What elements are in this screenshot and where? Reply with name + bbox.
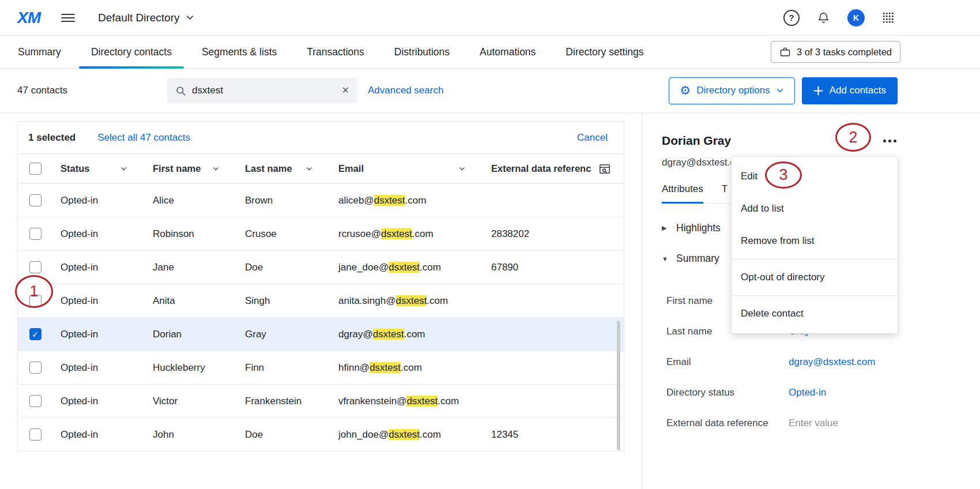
select-all-checkbox[interactable] (29, 163, 42, 175)
cell-last-name: Finn (237, 362, 330, 374)
table-row[interactable]: Opted-inRobinsonCrusoercrusoe@dsxtest.co… (18, 217, 624, 251)
toolbar: 47 contacts ✕ Advanced search ⚙ Director… (0, 69, 980, 113)
cell-external-data-reference: 12345 (483, 429, 624, 441)
contact-name: Dorian Gray (662, 134, 731, 148)
app-grid-icon[interactable] (882, 12, 895, 24)
selected-count: 1 selected (28, 132, 76, 144)
cell-external-data-reference: 2838202 (483, 228, 624, 240)
tab-segments-lists[interactable]: Segments & lists (190, 36, 289, 68)
row-checkbox-cell: ✓ (18, 328, 52, 340)
row-checkbox[interactable] (29, 428, 42, 441)
selection-bar: 1 selected Select all 47 contacts Cancel (18, 122, 624, 154)
advanced-search-link[interactable]: Advanced search (368, 85, 443, 96)
cell-first-name: John (145, 429, 237, 441)
cancel-selection-link[interactable]: Cancel (577, 132, 608, 144)
column-header-first-name[interactable]: First name (145, 163, 237, 174)
column-label: First name (153, 163, 201, 174)
table-row[interactable]: Opted-inHuckleberryFinnhfinn@dsxtest.com (18, 351, 624, 385)
cell-last-name: Gray (237, 329, 330, 340)
panel-tab-attributes[interactable]: Attributes (662, 183, 703, 203)
directory-selector-label: Default Directory (98, 12, 180, 24)
menu-item-opt-out-of-directory[interactable]: Opt-out of directory (732, 261, 898, 294)
field-value[interactable]: dgray@dsxtest.com (789, 356, 875, 368)
row-checkbox[interactable]: ✓ (29, 328, 42, 340)
context-menu: EditAdd to listRemove from listOpt-out o… (731, 156, 898, 334)
tab-directory-contacts[interactable]: Directory contacts (79, 36, 184, 68)
field-label: Directory status (666, 387, 789, 398)
cell-last-name: Doe (237, 262, 330, 273)
row-checkbox-cell (18, 261, 52, 273)
search-input[interactable] (192, 85, 336, 96)
chevron-down-icon (306, 165, 313, 172)
preview-columns-icon[interactable] (598, 163, 611, 175)
tab-transactions[interactable]: Transactions (295, 36, 376, 68)
row-checkbox[interactable] (29, 228, 42, 240)
column-header-external-data-referenc[interactable]: External data referenc (483, 163, 624, 175)
row-checkbox[interactable] (29, 194, 42, 206)
field-external-data-reference: External data referenceEnter value (666, 408, 896, 438)
table-row[interactable]: Opted-inAliceBrownaliceb@dsxtest.com (18, 184, 624, 217)
cell-status: Opted-in (52, 295, 145, 307)
menu-item-delete-contact[interactable]: Delete contact (732, 298, 898, 330)
menu-divider (732, 295, 898, 296)
row-checkbox[interactable] (29, 395, 42, 407)
annotation-circle-1: 1 (15, 275, 53, 308)
search-highlight: dsxtest (370, 362, 401, 373)
column-header-email[interactable]: Email (330, 163, 483, 174)
directory-selector[interactable]: Default Directory (98, 12, 194, 24)
clear-search-icon[interactable]: ✕ (342, 86, 349, 95)
table-row[interactable]: Opted-inDorothyGaledgale@dsxtest.com (18, 452, 624, 454)
cell-status: Opted-in (52, 329, 145, 340)
menu-item-add-to-list[interactable]: Add to list (732, 193, 898, 225)
table-row[interactable]: Opted-inAnitaSinghanita.singh@dsxtest.co… (18, 284, 624, 318)
cell-last-name: Singh (237, 295, 330, 307)
more-options-button[interactable] (883, 136, 896, 146)
table-row[interactable]: Opted-inJohnDoejohn_doe@dsxtest.com12345 (18, 418, 624, 452)
row-checkbox-cell (18, 194, 52, 206)
directory-options-button[interactable]: ⚙ Directory options (669, 77, 794, 104)
cell-first-name: Victor (145, 396, 237, 407)
nav-tabs: SummaryDirectory contactsSegments & list… (6, 36, 656, 68)
row-checkbox[interactable] (29, 362, 42, 374)
tasks-completed-badge[interactable]: 3 of 3 tasks completed (771, 41, 900, 63)
search-highlight: dsxtest (381, 228, 412, 239)
cell-first-name: Robinson (145, 228, 237, 240)
field-value[interactable]: Enter value (789, 417, 838, 429)
table-row[interactable]: ✓Opted-inDorianGraydgray@dsxtest.com (18, 318, 624, 351)
cell-status: Opted-in (52, 228, 145, 240)
xm-logo[interactable]: XM (17, 9, 40, 27)
add-contacts-button[interactable]: Add contacts (802, 77, 898, 104)
table-header: StatusFirst nameLast nameEmailExternal d… (18, 154, 624, 184)
search-box: ✕ (167, 78, 357, 103)
tab-distributions[interactable]: Distributions (382, 36, 462, 68)
menu-item-edit[interactable]: Edit (732, 160, 898, 193)
menu-item-remove-from-list[interactable]: Remove from list (732, 225, 898, 257)
cell-first-name: Huckleberry (145, 362, 237, 374)
cell-last-name: Brown (237, 195, 330, 206)
tab-directory-settings[interactable]: Directory settings (553, 36, 655, 68)
row-checkbox[interactable] (29, 261, 42, 273)
notifications-bell-icon[interactable] (817, 11, 830, 24)
table-row[interactable]: Opted-inJaneDoejane_doe@dsxtest.com67890 (18, 251, 624, 284)
hamburger-menu-icon[interactable] (61, 14, 75, 22)
avatar[interactable]: K (847, 9, 865, 27)
cell-email: vfrankenstein@dsxtest.com (330, 396, 483, 407)
search-highlight: dsxtest (374, 195, 405, 206)
field-directory-status: Directory statusOpted-in (666, 377, 896, 408)
table-scrollbar[interactable] (617, 321, 620, 450)
column-header-last-name[interactable]: Last name (237, 163, 330, 174)
cell-status: Opted-in (52, 262, 145, 273)
help-icon[interactable]: ? (783, 10, 800, 26)
caret-right-icon: ▶ (662, 224, 669, 232)
tab-automations[interactable]: Automations (468, 36, 548, 68)
cell-status: Opted-in (52, 195, 145, 206)
tab-summary[interactable]: Summary (6, 36, 73, 68)
table-row[interactable]: Opted-inVictorFrankensteinvfrankenstein@… (18, 385, 624, 418)
select-all-cell (18, 163, 52, 175)
column-header-status[interactable]: Status (52, 163, 145, 174)
cell-email: dgray@dsxtest.com (330, 329, 483, 340)
panel-tab-t[interactable]: T (722, 183, 728, 203)
field-value[interactable]: Opted-in (789, 387, 826, 398)
select-all-link[interactable]: Select all 47 contacts (97, 132, 190, 144)
row-checkbox-cell (18, 395, 52, 407)
